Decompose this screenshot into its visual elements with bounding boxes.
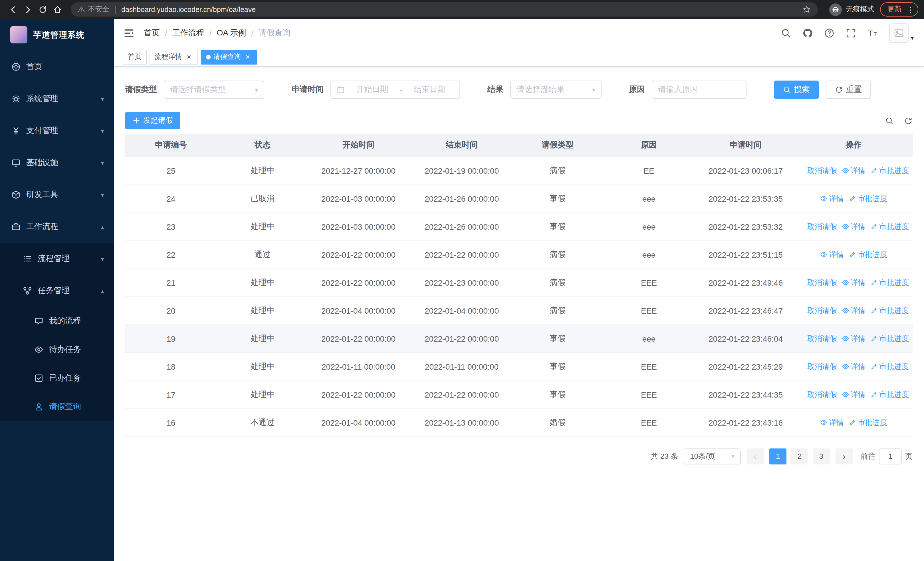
reload-icon[interactable] [35, 2, 50, 17]
sidebar-item-my-process[interactable]: 我的流程 [0, 307, 114, 335]
action-detail[interactable]: 详情 [820, 250, 844, 260]
breadcrumb-item[interactable]: 首页 [144, 28, 160, 38]
action-detail[interactable]: 详情 [842, 333, 866, 344]
cell-start-time: 2022-01-22 00:00:00 [308, 325, 409, 352]
update-button[interactable]: 更新 ⋮ [880, 2, 918, 17]
sidebar-item-done-tasks[interactable]: 已办任务 [0, 364, 114, 393]
cell-leave-type: 婚假 [515, 409, 600, 436]
page-button-3[interactable]: 3 [813, 448, 830, 464]
action-detail[interactable]: 详情 [842, 361, 866, 371]
cell-apply-time: 2022-01-22 23:46:47 [698, 296, 794, 325]
help-icon[interactable] [824, 28, 834, 38]
reason-input[interactable]: 请输入原因 [652, 81, 747, 99]
action-cancel-leave[interactable]: 取消请假 [798, 221, 837, 232]
action-detail[interactable]: 详情 [842, 277, 866, 288]
action-cancel-leave[interactable]: 取消请假 [798, 305, 837, 316]
user-avatar[interactable]: ▾ [889, 23, 914, 43]
menu-dots-icon[interactable]: ⋮ [906, 5, 914, 14]
table-row: 19 处理中 2022-01-22 00:00:00 2022-01-22 00… [125, 325, 913, 352]
action-approval-progress[interactable]: 审批进度 [848, 250, 887, 260]
next-page-button[interactable]: › [836, 448, 853, 464]
page-button-2[interactable]: 2 [791, 448, 808, 464]
github-icon[interactable] [802, 28, 813, 38]
breadcrumb-item[interactable]: 工作流程 [172, 28, 204, 38]
action-approval-progress[interactable]: 审批进度 [848, 193, 887, 204]
breadcrumb-item: 请假查询 [258, 28, 291, 38]
sidebar-item-workflow[interactable]: 工作流程 ▴ [0, 211, 114, 243]
bookmark-star-icon[interactable] [802, 5, 811, 14]
security-indicator[interactable]: 不安全 [78, 5, 109, 14]
action-cancel-leave[interactable]: 取消请假 [798, 165, 837, 176]
tab-home[interactable]: 首页 [123, 50, 147, 64]
font-size-icon[interactable]: TT [867, 28, 878, 38]
action-cancel-leave[interactable]: 取消请假 [798, 390, 837, 400]
action-detail[interactable]: 详情 [842, 390, 866, 400]
prev-page-button[interactable]: ‹ [747, 448, 764, 464]
action-approval-progress[interactable]: 审批进度 [848, 417, 887, 428]
action-detail[interactable]: 详情 [842, 165, 866, 176]
page-size-select[interactable]: 10条/页 ▾ [684, 448, 741, 464]
sidebar-item-infrastructure[interactable]: 基础设施 ▾ [0, 147, 114, 179]
home-icon[interactable] [50, 2, 65, 17]
tab-process-detail[interactable]: 流程详情 × [150, 50, 198, 64]
fullscreen-icon[interactable] [846, 28, 856, 38]
action-label: 详情 [850, 361, 866, 371]
back-icon[interactable] [6, 2, 21, 17]
action-detail[interactable]: 详情 [842, 305, 866, 316]
sidebar-item-home[interactable]: 首页 [0, 51, 114, 83]
action-detail[interactable]: 详情 [842, 221, 866, 232]
result-select[interactable]: 请选择流结果 ▾ [510, 81, 602, 99]
sidebar-item-payment-manage[interactable]: 支付管理 ▾ [0, 115, 114, 147]
sidebar-item-process-manage[interactable]: 流程管理 ▾ [0, 243, 114, 275]
action-label: 详情 [850, 305, 866, 316]
search-icon[interactable] [781, 28, 791, 38]
sidebar-item-system-manage[interactable]: 系统管理 ▾ [0, 83, 114, 115]
action-cancel-leave[interactable]: 取消请假 [798, 277, 837, 288]
action-approval-progress[interactable]: 审批进度 [870, 305, 909, 316]
action-approval-progress[interactable]: 审批进度 [870, 165, 909, 176]
sidebar-item-dev-tools[interactable]: 研发工具 ▾ [0, 179, 114, 211]
reset-button[interactable]: 重置 [826, 81, 871, 99]
action-cancel-leave[interactable]: 取消请假 [798, 333, 837, 344]
action-label: 审批进度 [879, 221, 909, 232]
tab-leave-query[interactable]: 请假查询 × [201, 50, 257, 64]
address-bar[interactable]: 不安全 dashboard.yudao.iocoder.cn/bpm/oa/le… [71, 2, 818, 17]
cell-apply-id: 20 [125, 296, 217, 325]
action-approval-progress[interactable]: 审批进度 [870, 361, 909, 371]
hamburger-icon[interactable] [123, 27, 135, 39]
cell-actions: 取消请假 详情 审批进度 [794, 212, 913, 241]
action-approval-progress[interactable]: 审批进度 [870, 333, 909, 344]
action-label: 详情 [829, 193, 844, 204]
trash-icon [798, 223, 806, 230]
close-icon[interactable]: × [244, 53, 252, 61]
goto-page-input[interactable] [879, 448, 902, 464]
action-approval-progress[interactable]: 审批进度 [870, 390, 909, 400]
action-detail[interactable]: 详情 [820, 417, 844, 428]
apply-time-range-picker[interactable]: 开始日期 - 结束日期 [330, 81, 460, 99]
action-cancel-leave[interactable]: 取消请假 [798, 361, 837, 371]
close-icon[interactable]: × [185, 53, 193, 61]
action-label: 详情 [850, 165, 866, 176]
action-approval-progress[interactable]: 审批进度 [870, 277, 909, 288]
toggle-search-icon[interactable] [885, 116, 894, 125]
cell-start-time: 2022-01-04 00:00:00 [308, 409, 409, 436]
action-approval-progress[interactable]: 审批进度 [870, 221, 909, 232]
forward-icon[interactable] [21, 2, 35, 17]
breadcrumb-item[interactable]: OA 示例 [217, 28, 246, 38]
search-button[interactable]: 搜索 [774, 81, 819, 99]
sidebar-item-todo-tasks[interactable]: 待办任务 [0, 335, 114, 364]
sidebar-item-leave-query[interactable]: 请假查询 [0, 393, 114, 421]
action-detail[interactable]: 详情 [820, 193, 844, 204]
table-body: 25 处理中 2021-12-27 00:00:00 2022-01-19 00… [125, 156, 913, 436]
page-button-1[interactable]: 1 [770, 448, 786, 464]
filter-leave-type: 请假类型 请选择请假类型 ▾ [125, 81, 264, 99]
chevron-down-icon: ▾ [255, 86, 258, 93]
table-refresh-icon[interactable] [904, 116, 913, 125]
calendar-icon [337, 86, 345, 94]
create-leave-button[interactable]: 发起请假 [125, 112, 180, 129]
column-header: 请假类型 [515, 134, 600, 156]
cell-apply-id: 22 [125, 241, 217, 269]
cell-leave-type: 事假 [515, 352, 600, 381]
sidebar-item-task-manage[interactable]: 任务管理 ▴ [0, 275, 114, 307]
leave-type-select[interactable]: 请选择请假类型 ▾ [164, 81, 264, 99]
